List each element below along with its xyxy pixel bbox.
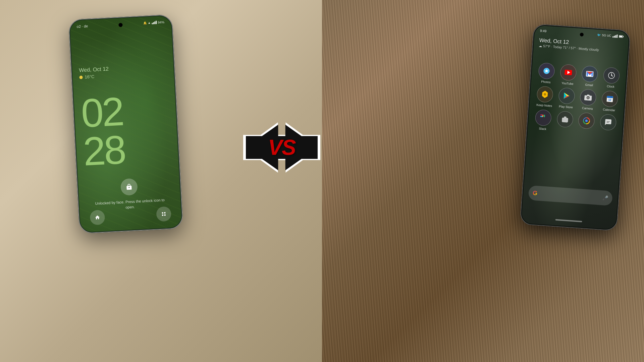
app-photos[interactable]: Photos: [536, 62, 557, 84]
svg-rect-3: [164, 214, 166, 216]
svg-rect-25: [544, 115, 545, 117]
svg-text:12: 12: [608, 98, 611, 102]
clock-hour: 02: [80, 89, 170, 132]
clock-icon: [603, 67, 620, 84]
svg-line-12: [611, 75, 613, 76]
weather-icon: ☁: [539, 44, 542, 48]
svg-point-28: [585, 119, 588, 122]
clock-label: Clock: [607, 84, 614, 88]
app-chrome[interactable]: [576, 112, 597, 134]
calendar-icon: 12: [601, 90, 618, 107]
svg-rect-5: [623, 36, 624, 37]
messages-icon: [599, 114, 616, 131]
unlock-icon[interactable]: [120, 178, 138, 196]
svg-rect-1: [164, 212, 165, 214]
camera-icon: [580, 89, 597, 106]
vs-text: VS: [268, 135, 295, 160]
play-store-icon: [558, 87, 575, 104]
signal-icon: ▲: [148, 21, 151, 24]
keep-icon: [536, 86, 553, 103]
slack-label: Slack: [539, 127, 546, 131]
youtube-label: YouTube: [561, 81, 574, 85]
camera-label: Camera: [582, 106, 593, 110]
home-button[interactable]: [90, 210, 105, 225]
right-background: 9:49 🐦 5G UC: [322, 0, 644, 362]
svg-rect-2: [162, 215, 163, 216]
photos-icon: [538, 62, 555, 79]
slack-icon: [535, 109, 552, 126]
clock-minute: 28: [82, 128, 172, 171]
battery-icon: [619, 35, 624, 38]
left-carrier: o2 · de: [76, 24, 88, 29]
app-unknown-2[interactable]: [555, 111, 575, 133]
search-placeholder: [540, 193, 600, 197]
app-keep[interactable]: Keep Notes: [535, 86, 555, 108]
app-gmail[interactable]: Gmail: [580, 65, 600, 87]
battery-text: 94%: [158, 20, 165, 24]
app-play-store[interactable]: Play Store: [556, 87, 577, 109]
svg-rect-0: [162, 212, 163, 214]
right-time: 9:49: [540, 29, 546, 33]
youtube-icon: [560, 64, 577, 81]
mic-icon[interactable]: 🎤: [602, 195, 608, 201]
app-calendar[interactable]: 12 Calendar: [599, 90, 620, 112]
left-phone-screen: o2 · de 🔔 ▲ 94%: [70, 16, 182, 233]
calendar-label: Calendar: [603, 108, 615, 112]
app-camera[interactable]: Camera: [578, 89, 598, 111]
left-phone: o2 · de 🔔 ▲ 94%: [68, 14, 183, 234]
app-youtube[interactable]: YouTube: [558, 64, 578, 86]
google-logo: G: [532, 189, 537, 197]
svg-rect-6: [619, 36, 622, 37]
gmail-icon: [581, 65, 598, 82]
vs-badge-container: VS: [241, 114, 322, 181]
chrome-icon: [578, 112, 595, 129]
keep-label: Keep Notes: [536, 103, 552, 108]
gmail-label: Gmail: [585, 83, 593, 87]
right-phone: 9:49 🐦 5G UC: [520, 24, 631, 231]
svg-rect-26: [542, 115, 543, 117]
unknown2-icon: [556, 111, 574, 128]
app-messages[interactable]: [598, 114, 618, 136]
twitter-icon: 🐦: [597, 33, 601, 37]
left-clock-time: 02 28: [80, 89, 172, 170]
right-signal-bars: [612, 34, 618, 38]
app-clock[interactable]: Clock: [601, 67, 622, 89]
svg-rect-24: [540, 116, 543, 117]
notification-icon: 🔔: [143, 21, 147, 25]
photos-label: Photos: [541, 80, 551, 84]
recents-button[interactable]: [156, 206, 171, 222]
play-store-label: Play Store: [559, 105, 573, 109]
right-carrier: 5G UC: [602, 33, 611, 37]
svg-rect-23: [540, 115, 543, 116]
main-container: o2 · de 🔔 ▲ 94%: [0, 0, 644, 362]
app-slack[interactable]: Slack: [533, 109, 553, 131]
signal-bars: [152, 21, 157, 24]
right-phone-screen: 9:49 🐦 5G UC: [521, 25, 630, 230]
left-background: o2 · de 🔔 ▲ 94%: [0, 0, 322, 362]
weather-sun-icon: [79, 75, 83, 79]
app-grid: Photos YouTube: [533, 62, 621, 136]
